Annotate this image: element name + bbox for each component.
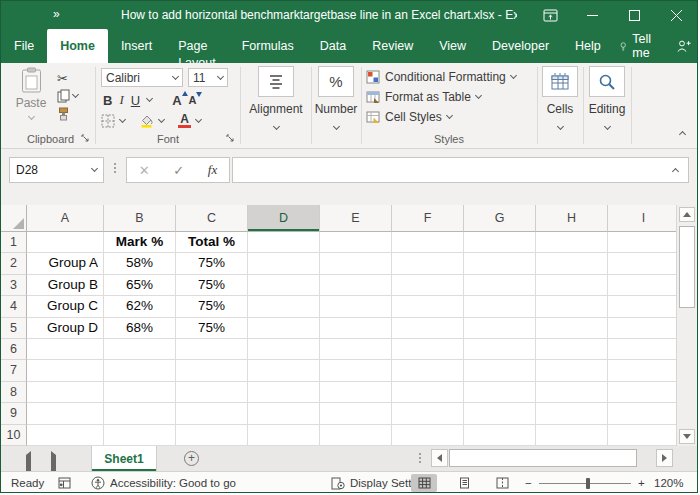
cell-C3[interactable]: 75% [176,275,248,296]
cell-E5[interactable] [320,318,392,339]
format-painter-button[interactable] [57,105,78,123]
cell-C4[interactable]: 75% [176,296,248,317]
cell-G4[interactable] [464,296,536,317]
vertical-scrollbar[interactable] [676,205,697,446]
format-as-table-button[interactable]: Format as Table [362,87,536,107]
enter-icon[interactable]: ✓ [173,163,184,178]
ribbon-tab-insert[interactable]: Insert [108,29,165,63]
cell-F3[interactable] [392,275,464,296]
cell-E7[interactable] [320,360,392,381]
cell-I2[interactable] [608,253,680,274]
cell-D3[interactable] [248,275,320,296]
editing-button[interactable] [589,66,625,97]
zoom-level[interactable]: 120% [654,472,683,493]
cell-G10[interactable] [464,425,536,446]
cell-C8[interactable] [176,382,248,403]
number-dropdown-icon[interactable] [332,123,339,130]
cell-C9[interactable] [176,403,248,424]
share-button[interactable]: Share [670,39,698,53]
cell-I4[interactable] [608,296,680,317]
cell-F7[interactable] [392,360,464,381]
cell-D10[interactable] [248,425,320,446]
paste-button[interactable]: Paste [11,67,51,119]
font-color-dropdown-icon[interactable] [195,115,202,122]
row-header-1[interactable]: 1 [1,232,27,253]
cell-B5[interactable]: 68% [104,318,176,339]
row-header-2[interactable]: 2 [1,253,27,274]
row-header-6[interactable]: 6 [1,339,27,360]
fill-color-icon[interactable] [139,113,154,128]
cell-F6[interactable] [392,339,464,360]
cell-B3[interactable]: 65% [104,275,176,296]
zoom-slider-track[interactable] [539,483,631,484]
paste-dropdown-icon[interactable] [27,113,34,120]
font-dialog-launcher[interactable] [225,133,236,144]
formula-bar-expand-icon[interactable] [672,168,679,175]
ribbon-tab-file[interactable]: File [1,29,47,63]
cell-C7[interactable] [176,360,248,381]
collapse-ribbon-button[interactable] [680,126,685,140]
tab-scrollbar-splitter[interactable] [419,453,421,463]
cancel-icon[interactable]: ✕ [139,163,150,178]
row-header-10[interactable]: 10 [1,425,27,446]
font-size-combobox[interactable]: 11 [188,68,228,87]
conditional-formatting-button[interactable]: Conditional Formatting [362,67,536,87]
insert-function-icon[interactable]: fx [208,162,217,178]
column-header-C[interactable]: C [176,205,248,232]
column-header-B[interactable]: B [104,205,176,232]
scroll-up-button[interactable] [679,207,695,222]
cell-D7[interactable] [248,360,320,381]
name-box-dropdown-icon[interactable] [91,165,98,172]
font-name-combobox[interactable]: Calibri [101,68,183,87]
cell-G2[interactable] [464,253,536,274]
grow-font-button[interactable]: A [172,93,181,108]
column-header-A[interactable]: A [27,205,104,232]
cell-I9[interactable] [608,403,680,424]
column-header-I[interactable]: I [608,205,680,232]
maximize-button[interactable] [613,1,655,29]
cell-C10[interactable] [176,425,248,446]
cell-B9[interactable] [104,403,176,424]
cell-I5[interactable] [608,318,680,339]
cell-G8[interactable] [464,382,536,403]
tell-me-button[interactable]: Tell me [614,32,662,60]
name-box[interactable]: D28 [9,157,104,183]
accessibility-status[interactable]: Accessibility: Good to go [91,472,236,493]
ribbon-tab-formulas[interactable]: Formulas [229,29,307,63]
cell-A3[interactable]: Group B [27,275,104,296]
ribbon-display-options-button[interactable] [529,1,571,29]
cell-B10[interactable] [104,425,176,446]
cell-E10[interactable] [320,425,392,446]
cell-G7[interactable] [464,360,536,381]
borders-dropdown-icon[interactable] [119,115,126,122]
cell-A10[interactable] [27,425,104,446]
formula-bar-splitter[interactable] [114,163,116,173]
cell-A1[interactable] [27,232,104,253]
cell-C5[interactable]: 75% [176,318,248,339]
alignment-button[interactable] [258,66,294,97]
underline-button[interactable]: U [131,93,140,108]
row-header-3[interactable]: 3 [1,275,27,296]
cell-H9[interactable] [536,403,608,424]
cell-E1[interactable] [320,232,392,253]
cell-H8[interactable] [536,382,608,403]
cell-I6[interactable] [608,339,680,360]
cells-dropdown-icon[interactable] [556,123,563,130]
cell-H7[interactable] [536,360,608,381]
italic-button[interactable]: I [119,92,123,108]
ribbon-tab-developer[interactable]: Developer [479,29,562,63]
cell-D6[interactable] [248,339,320,360]
cell-G6[interactable] [464,339,536,360]
cell-I7[interactable] [608,360,680,381]
cell-B4[interactable]: 62% [104,296,176,317]
cell-D2[interactable] [248,253,320,274]
cell-B6[interactable] [104,339,176,360]
cell-H5[interactable] [536,318,608,339]
row-header-5[interactable]: 5 [1,318,27,339]
cell-A8[interactable] [27,382,104,403]
cell-F9[interactable] [392,403,464,424]
copy-dropdown-icon[interactable] [72,91,79,98]
page-break-view-button[interactable] [489,474,515,492]
cell-D8[interactable] [248,382,320,403]
cell-styles-button[interactable]: Cell Styles [362,107,536,127]
